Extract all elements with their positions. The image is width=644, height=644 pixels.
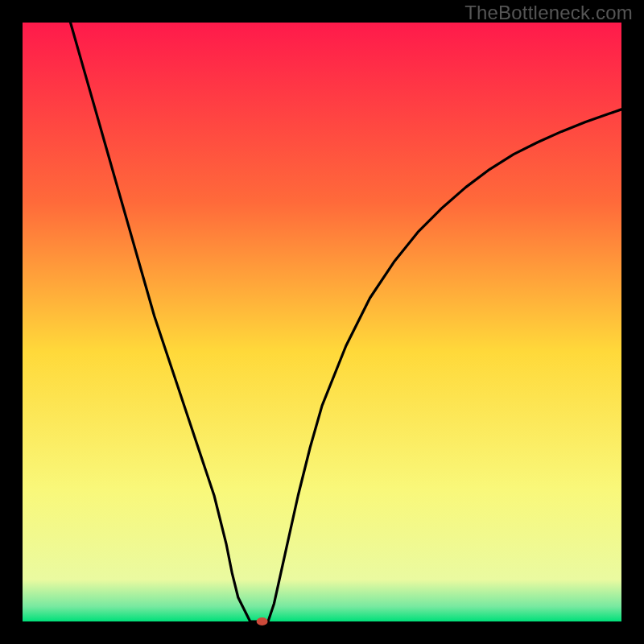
watermark-text: TheBottleneck.com — [464, 2, 633, 24]
chart-container: TheBottleneck.com — [0, 0, 644, 644]
plot-background — [23, 23, 621, 621]
chart-svg — [0, 0, 644, 644]
optimal-marker — [257, 617, 268, 625]
